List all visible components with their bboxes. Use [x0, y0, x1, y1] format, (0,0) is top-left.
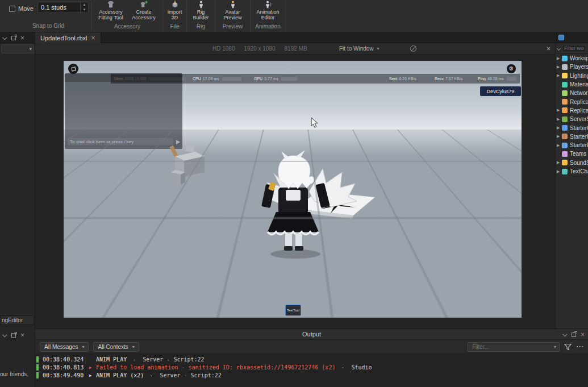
rig-builder-button[interactable]: Rig Builder: [188, 0, 214, 24]
emulator-toolbar: HD 1080 1920 x 1080 8192 MB Fit to Windo…: [35, 43, 555, 55]
close-panel-icon[interactable]: ×: [20, 35, 24, 41]
left-dock-header-controls: ×: [3, 35, 24, 41]
collapse-panel-icon[interactable]: [2, 35, 7, 40]
explorer-item-label: Workspace: [570, 55, 588, 61]
expand-chevron-icon[interactable]: ▶: [557, 134, 562, 139]
expand-chevron-icon[interactable]: ▶: [557, 126, 562, 130]
snap-value-input[interactable]: [38, 4, 80, 11]
close-tab-icon[interactable]: ×: [91, 34, 95, 42]
explorer-item-soundservice[interactable]: ▶SoundService: [556, 159, 588, 167]
more-options-icon[interactable]: ⋯: [576, 344, 583, 349]
popout-panel-icon[interactable]: [11, 333, 16, 338]
service-icon: [562, 107, 568, 113]
popout-panel-icon[interactable]: [11, 36, 16, 40]
ribbon-group-accessory: Accessory Fitting Tool Create Accessory …: [92, 0, 163, 32]
left-dock-dropdown[interactable]: ▾: [1, 44, 34, 53]
log-message: ANIM PLAY: [96, 356, 127, 363]
settings-gear-icon[interactable]: ⚙: [507, 64, 516, 73]
expand-chevron-icon[interactable]: ▶: [557, 143, 562, 148]
chevron-down-icon: ▾: [377, 46, 380, 51]
chat-send-icon[interactable]: [176, 140, 180, 144]
explorer-item-textchatservice[interactable]: ▶TextChatService: [556, 167, 588, 176]
texttool-hotbar-button[interactable]: TextTool: [285, 305, 301, 316]
explorer-item-lighting[interactable]: ▶Lighting: [556, 72, 588, 80]
output-title: Output: [35, 331, 588, 338]
expand-chevron-icon[interactable]: ▶: [557, 56, 562, 61]
animation-person-icon: [264, 1, 273, 9]
close-panel-icon[interactable]: ×: [581, 331, 585, 338]
explorer-item-label: Teams: [570, 151, 586, 157]
explorer-item-networkclient[interactable]: NetworkClient: [556, 89, 588, 97]
context-dropdown[interactable]: All Contexts ▾: [93, 342, 139, 352]
expand-chevron-icon[interactable]: ▶: [557, 65, 562, 69]
snap-stepper[interactable]: ▲▼: [80, 2, 88, 13]
baseplate-ground: [64, 130, 522, 318]
expand-chevron-icon[interactable]: ▶: [557, 73, 562, 78]
explorer-item-starterplayer[interactable]: ▶StarterPlayer: [556, 141, 588, 149]
message-type-label: All Messages: [44, 344, 78, 350]
stepper-down-icon[interactable]: ▼: [81, 7, 88, 13]
explorer-item-replicatedstorage[interactable]: ▶ReplicatedStorage: [556, 106, 588, 115]
animation-editor-button[interactable]: Animation Editor: [252, 0, 284, 24]
mute-icon[interactable]: [410, 45, 416, 52]
chat-window[interactable]: To chat click here or press / key: [65, 73, 182, 149]
roblox-menu-button[interactable]: [68, 64, 78, 74]
explorer-filter-input[interactable]: [562, 45, 586, 52]
output-filter-input[interactable]: [471, 343, 552, 351]
expand-chevron-icon[interactable]: ▶: [557, 117, 562, 122]
expand-chevron-icon[interactable]: ▶: [557, 169, 562, 174]
snap-value-field[interactable]: ▲▼: [37, 2, 89, 13]
close-panel-icon[interactable]: ×: [20, 332, 24, 339]
button-label: Fitting Tool: [98, 15, 123, 20]
button-label: Preview: [223, 15, 241, 20]
accessory-fitting-tool-button[interactable]: Accessory Fitting Tool: [95, 0, 127, 24]
log-line[interactable]: 00:38:40.813 ▶ Failed to load animation …: [36, 364, 588, 371]
player-nametag[interactable]: DevCylus79: [480, 86, 521, 96]
service-icon: [562, 82, 568, 88]
explorer-item-workspace[interactable]: ▶Workspace: [556, 54, 588, 63]
explorer-item-starterpack[interactable]: ▶StarterPack: [556, 132, 588, 141]
log-line[interactable]: 00:38:40.324 ANIM PLAY - Server - Script…: [36, 356, 588, 363]
move-checkbox[interactable]: [9, 6, 15, 12]
log-line[interactable]: 00:38:49.490 ▶ ANIM PLAY (x2) - Server -…: [36, 372, 588, 379]
expand-chevron-icon[interactable]: ▶: [557, 160, 562, 165]
group-label-preview: Preview: [215, 23, 250, 30]
explorer-item-label: Lighting: [570, 73, 588, 79]
collapse-panel-icon[interactable]: [562, 332, 567, 336]
import-3d-button[interactable]: Import 3D: [164, 0, 186, 24]
explorer-item-label: TextChatService: [570, 168, 588, 174]
chat-input[interactable]: To chat click here or press / key: [68, 138, 173, 145]
ribbon-group-file: Import 3D File: [163, 0, 187, 32]
close-viewport-icon[interactable]: ×: [547, 45, 551, 53]
explorer-item-label: StarterPlayer: [570, 142, 588, 148]
stepper-up-icon[interactable]: ▲: [81, 2, 88, 7]
explorer-item-materialservice[interactable]: MaterialService: [556, 80, 588, 89]
avatar-preview-button[interactable]: Avatar Preview: [217, 0, 249, 24]
popout-panel-icon[interactable]: [572, 332, 576, 337]
fit-to-window-dropdown[interactable]: Fit to Window ▾: [339, 45, 380, 52]
game-render-canvas[interactable]: Mem 3105.19 MB CPU 17.08 ms GPU 0.77 ms …: [64, 61, 522, 318]
avatar-person-icon: [228, 1, 237, 9]
service-icon: [562, 125, 568, 131]
explorer-item-teams[interactable]: Teams: [556, 149, 588, 158]
filter-funnel-icon[interactable]: [564, 343, 572, 351]
message-type-dropdown[interactable]: All Messages ▾: [40, 342, 89, 352]
explorer-item-players[interactable]: ▶Players: [556, 63, 588, 71]
service-icon: [562, 90, 568, 96]
explorer-panel-icon[interactable]: [558, 35, 564, 40]
expand-chevron-icon[interactable]: ▶: [557, 108, 562, 113]
move-option[interactable]: Move: [9, 5, 34, 12]
explorer-item-startergui[interactable]: ▶StarterGui: [556, 123, 588, 132]
button-label: Avatar: [226, 9, 240, 15]
expand-arrow-icon[interactable]: ▶: [89, 365, 96, 370]
document-tab[interactable]: UpdatedTool.rbxl ×: [35, 32, 101, 43]
chat-header: [65, 73, 182, 82]
collapse-panel-icon[interactable]: [2, 332, 7, 337]
create-accessory-button[interactable]: Create Accessory: [128, 0, 160, 24]
chevron-down-icon[interactable]: [557, 46, 561, 50]
expand-arrow-icon[interactable]: ▶: [89, 373, 96, 378]
editor-dock-tab[interactable]: ngEditor: [0, 315, 34, 325]
explorer-item-replicatedfirst[interactable]: ReplicatedFirst: [556, 97, 588, 106]
output-filter-box[interactable]: ▾: [468, 342, 560, 352]
explorer-item-serverscriptservice[interactable]: ▶ServerScriptService: [556, 115, 588, 123]
